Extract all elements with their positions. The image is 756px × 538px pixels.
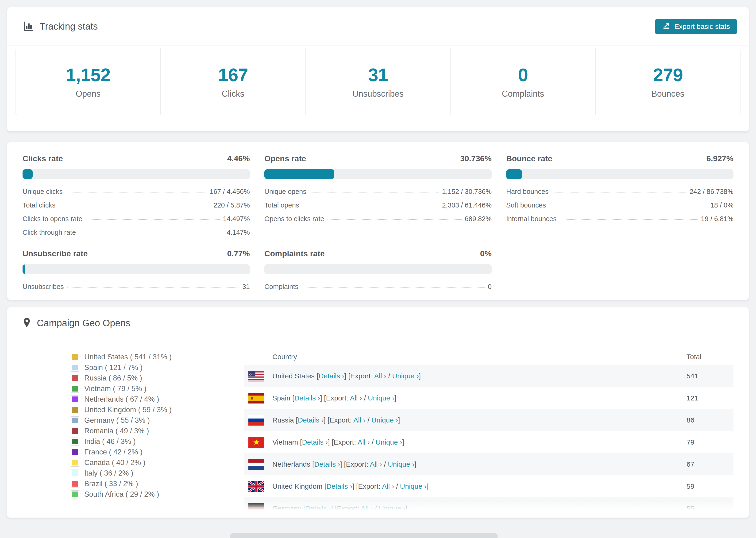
- stat-value: 1,152: [66, 64, 110, 86]
- dotted-leader: [79, 233, 223, 233]
- rate-detail-row: Opens to clicks rate 689.82%: [264, 215, 492, 222]
- country-cell: Germany [Details ›] [Export: All › / Uni…: [244, 503, 686, 514]
- rate-row-value: 18 / 0%: [711, 202, 733, 209]
- rate-panel-head: Opens rate 30.736%: [264, 154, 492, 163]
- rate-panel-head: Clicks rate 4.46%: [23, 154, 250, 163]
- rate-row-value: 0: [488, 283, 492, 290]
- stat-label: Bounces: [652, 89, 684, 99]
- legend-label: Brazil ( 33 / 2% ): [84, 480, 138, 488]
- rate-detail-row: Hard bounces 242 / 86.738%: [506, 188, 733, 195]
- us-export-all-link[interactable]: All ›: [374, 372, 387, 380]
- stat-label: Clicks: [222, 89, 244, 99]
- rate-rows: Unique clicks 167 / 4.456% Total clicks …: [23, 188, 250, 236]
- horizontal-scrollbar-thumb[interactable]: [230, 533, 498, 538]
- de-export-unique-link[interactable]: Unique ›: [379, 505, 405, 512]
- de-details-link[interactable]: Details ›: [305, 505, 331, 512]
- page: Tracking stats Export basic stats 1,152 …: [0, 0, 756, 518]
- rate-title: Clicks rate: [23, 154, 63, 163]
- legend-swatch: [71, 353, 79, 361]
- country-row-nl: Netherlands [Details ›] [Export: All › /…: [244, 453, 733, 475]
- legend-swatch: [71, 459, 79, 467]
- rate-title: Bounce rate: [506, 154, 553, 163]
- export-button-label: Export basic stats: [674, 23, 730, 30]
- bounce-rate-panel: Bounce rate 6.927% Hard bounces 242 / 86…: [506, 154, 733, 236]
- rate-progress-fill: [23, 169, 33, 179]
- ru-export-unique-link[interactable]: Unique ›: [371, 416, 398, 424]
- legend-swatch: [71, 416, 79, 424]
- rate-title: Opens rate: [264, 154, 306, 163]
- legend-item: Italy ( 36 / 2% ): [71, 469, 221, 477]
- ru-export-all-link[interactable]: All ›: [353, 416, 365, 424]
- legend-item: France ( 42 / 2% ): [71, 448, 221, 456]
- es-export-all-link[interactable]: All ›: [350, 394, 362, 402]
- country-links-text: Netherlands [Details ›] [Export: All › /…: [272, 460, 416, 468]
- rate-detail-row: Unique clicks 167 / 4.456%: [23, 188, 250, 195]
- gb-export-all-link[interactable]: All ›: [382, 482, 394, 490]
- es-flag-icon: [248, 393, 272, 404]
- rate-detail-row: Clicks to opens rate 14.497%: [23, 215, 250, 222]
- vn-export-unique-link[interactable]: Unique ›: [376, 438, 402, 446]
- export-basic-stats-button[interactable]: Export basic stats: [655, 19, 737, 34]
- rate-detail-row: Soft bounces 18 / 0%: [506, 202, 733, 209]
- rate-panel-head: Complaints rate 0%: [264, 249, 492, 258]
- legend-item: United States ( 541 / 31% ): [71, 353, 221, 361]
- rate-row-value: 242 / 86.738%: [689, 188, 733, 195]
- rate-row-label: Click through rate: [23, 229, 76, 236]
- country-total: 67: [686, 460, 733, 468]
- country-row-ru: Russia [Details ›] [Export: All › / Uniq…: [244, 409, 733, 431]
- us-details-link[interactable]: Details ›: [319, 372, 345, 380]
- nl-details-link[interactable]: Details ›: [314, 460, 340, 468]
- dotted-leader: [560, 219, 698, 220]
- rate-rows: Unique opens 1,152 / 30.736% Total opens…: [264, 188, 492, 222]
- rate-value: 0%: [480, 249, 492, 258]
- country-total: 59: [686, 482, 733, 490]
- legend-swatch: [71, 374, 79, 382]
- es-export-unique-link[interactable]: Unique ›: [368, 394, 395, 402]
- de-export-all-link[interactable]: All ›: [361, 505, 373, 512]
- rate-row-label: Internal bounces: [506, 215, 557, 222]
- opens-rate-panel: Opens rate 30.736% Unique opens 1,152 / …: [264, 154, 492, 236]
- nl-export-all-link[interactable]: All ›: [370, 460, 382, 468]
- legend-label: Vietnam ( 79 / 5% ): [84, 385, 146, 393]
- page-title: Tracking stats: [40, 21, 98, 32]
- rate-progress-bar: [23, 264, 250, 274]
- legend-label: India ( 46 / 3% ): [84, 437, 136, 446]
- ru-details-link[interactable]: Details ›: [298, 416, 324, 424]
- vn-flag-icon: [248, 437, 272, 448]
- rates-card: Clicks rate 4.46% Unique clicks 167 / 4.…: [7, 142, 749, 300]
- dotted-leader: [302, 206, 439, 206]
- rate-row-label: Complaints: [264, 283, 298, 290]
- total-column-header: Total: [686, 353, 733, 361]
- country-total: 121: [686, 394, 733, 402]
- legend-swatch: [71, 438, 79, 446]
- clicks-rate-panel: Clicks rate 4.46% Unique clicks 167 / 4.…: [23, 154, 250, 236]
- vn-export-all-link[interactable]: All ›: [357, 438, 370, 446]
- legend-label: Netherlands ( 67 / 4% ): [84, 395, 159, 404]
- us-export-unique-link[interactable]: Unique ›: [392, 372, 419, 380]
- campaign-geo-opens-card: Campaign Geo Opens United States ( 541 /…: [7, 307, 749, 518]
- es-details-link[interactable]: Details ›: [294, 394, 320, 402]
- country-row-us: United States [Details ›] [Export: All ›…: [244, 365, 733, 387]
- geo-section-title: Campaign Geo Opens: [37, 318, 130, 328]
- rate-progress-fill: [506, 169, 522, 179]
- gb-export-unique-link[interactable]: Unique ›: [400, 482, 427, 490]
- rate-row-value: 2,303 / 61.446%: [442, 202, 492, 209]
- nl-export-unique-link[interactable]: Unique ›: [388, 460, 414, 468]
- legend-swatch: [71, 364, 79, 372]
- dotted-leader: [59, 206, 210, 206]
- country-links-text: Vietnam [Details ›] [Export: All › / Uni…: [272, 438, 404, 446]
- gb-details-link[interactable]: Details ›: [326, 482, 352, 490]
- geo-table-header: Country Total: [244, 349, 733, 365]
- unsubscribe-rate-panel: Unsubscribe rate 0.77% Unsubscribes 31: [23, 249, 250, 290]
- rate-detail-row: Total opens 2,303 / 61.446%: [264, 202, 492, 209]
- country-links-text: United Kingdom [Details ›] [Export: All …: [272, 482, 428, 490]
- country-row-vn: Vietnam [Details ›] [Export: All › / Uni…: [244, 431, 733, 453]
- stat-value: 0: [518, 64, 528, 86]
- stat-value: 167: [218, 64, 248, 86]
- vn-details-link[interactable]: Details ›: [302, 438, 328, 446]
- legend-item: Germany ( 55 / 3% ): [71, 416, 221, 425]
- rate-rows: Unsubscribes 31: [23, 283, 250, 290]
- rate-detail-row: Unique opens 1,152 / 30.736%: [264, 188, 492, 195]
- rate-row-label: Total clicks: [23, 202, 55, 209]
- rate-detail-row: Unsubscribes 31: [23, 283, 250, 290]
